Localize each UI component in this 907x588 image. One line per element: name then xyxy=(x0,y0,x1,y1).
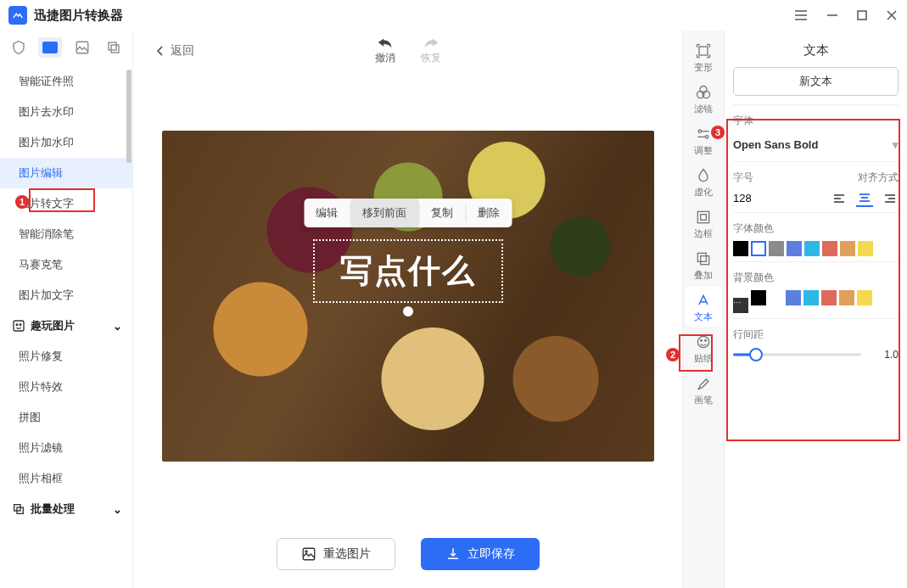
font-color-swatch[interactable] xyxy=(751,241,766,256)
callout-3: 3 xyxy=(711,126,725,139)
reselect-button[interactable]: 重选图片 xyxy=(277,538,395,570)
menu-icon[interactable] xyxy=(793,8,809,23)
save-button[interactable]: 立即保存 xyxy=(421,538,540,570)
font-color-swatch[interactable] xyxy=(769,241,784,256)
sidebar-tab-3[interactable] xyxy=(70,37,94,58)
scrollbar-thumb[interactable] xyxy=(126,70,132,163)
font-label: 字体 xyxy=(733,114,899,128)
app-logo xyxy=(8,6,27,25)
svg-rect-4 xyxy=(858,11,866,20)
canvas-text[interactable]: 写点什么 xyxy=(340,249,476,293)
ft-copy[interactable]: 复制 xyxy=(419,199,465,227)
sidebar-item-eraser[interactable]: 智能消除笔 xyxy=(0,219,132,249)
redo-button[interactable]: 恢复 xyxy=(421,36,441,65)
bg-color-swatch[interactable] xyxy=(751,290,766,305)
align-right-button[interactable] xyxy=(882,190,899,207)
size-align-group: 字号 对齐方式 xyxy=(733,161,899,212)
sidebar-section-batch[interactable]: 批量处理 ⌄ xyxy=(0,494,132,524)
chevron-down-icon: ⌄ xyxy=(113,320,122,333)
svg-rect-8 xyxy=(76,42,88,53)
new-text-button[interactable]: 新文本 xyxy=(733,67,899,96)
tool-overlay[interactable]: 叠加 xyxy=(686,245,721,285)
bg-color-swatch[interactable] xyxy=(839,290,854,305)
right-panel: 文本 新文本 字体 Open Sans Bold ▾ 字号 对齐方式 xyxy=(725,31,907,588)
sidebar-item-photofilter[interactable]: 照片滤镜 xyxy=(0,433,132,463)
line-height-value: 1.0 xyxy=(870,349,899,361)
svg-rect-16 xyxy=(303,548,315,560)
undo-redo-group: 撤消 恢复 xyxy=(375,36,441,65)
bg-color-swatches: ⋯ xyxy=(733,290,899,313)
font-color-swatch[interactable] xyxy=(787,241,802,256)
sidebar-item-frame[interactable]: 照片相框 xyxy=(0,463,132,494)
sidebar-tabs xyxy=(0,31,132,66)
sidebar-item-restore[interactable]: 照片修复 xyxy=(0,341,132,372)
tool-brush[interactable]: 画笔 xyxy=(686,370,721,410)
align-center-button[interactable] xyxy=(856,190,873,207)
font-color-swatch[interactable] xyxy=(858,241,873,256)
sidebar-item-mosaic[interactable]: 马赛克笔 xyxy=(0,249,132,280)
tool-text[interactable]: 文本 xyxy=(686,287,721,327)
undo-button[interactable]: 撤消 xyxy=(375,36,395,65)
sidebar-item-addtext[interactable]: 图片加文字 xyxy=(0,280,132,311)
undo-label: 撤消 xyxy=(375,51,395,65)
font-color-swatch[interactable] xyxy=(822,241,837,256)
redo-label: 恢复 xyxy=(421,51,441,65)
line-height-slider[interactable] xyxy=(733,347,861,362)
chevron-down-icon: ⌄ xyxy=(113,503,122,516)
font-color-swatch[interactable] xyxy=(840,241,855,256)
text-selection-box[interactable]: 写点什么 xyxy=(313,239,503,303)
bg-color-swatch[interactable]: ⋯ xyxy=(733,298,748,313)
window-controls xyxy=(793,8,899,23)
close-icon[interactable] xyxy=(885,8,899,22)
canvas-image[interactable]: 编辑 移到前面 复制 删除 写点什么 xyxy=(162,131,654,462)
tool-blur[interactable]: 虚化 xyxy=(686,162,721,202)
font-group: 字体 Open Sans Bold ▾ xyxy=(733,104,899,161)
sidebar-item-remove-wm[interactable]: 图片去水印 xyxy=(0,97,132,127)
font-color-group: 字体颜色 xyxy=(733,212,899,261)
sidebar-section-batch-label: 批量处理 xyxy=(31,501,75,517)
sidebar: 智能证件照 图片去水印 图片加水印 图片编辑 图片转文字 智能消除笔 马赛克笔 … xyxy=(0,31,133,588)
tool-filter[interactable]: 滤镜 xyxy=(686,79,721,119)
line-height-group: 行间距 1.0 xyxy=(733,318,899,367)
sidebar-item-add-wm[interactable]: 图片加水印 xyxy=(0,127,132,158)
font-size-input[interactable] xyxy=(733,190,784,207)
ft-front[interactable]: 移到前面 xyxy=(350,199,418,227)
sidebar-tab-2[interactable] xyxy=(38,37,62,58)
svg-rect-9 xyxy=(109,42,116,50)
ft-delete[interactable]: 删除 xyxy=(466,199,512,227)
bottom-bar: 重选图片 立即保存 xyxy=(133,520,682,588)
svg-point-32 xyxy=(705,340,707,342)
tool-sticker[interactable]: 贴纸 xyxy=(686,328,721,368)
sidebar-item-effect[interactable]: 照片特效 xyxy=(0,372,132,402)
back-label: 返回 xyxy=(171,43,194,59)
maximize-icon[interactable] xyxy=(856,9,868,21)
font-color-swatch[interactable] xyxy=(804,241,820,256)
sidebar-tab-4[interactable] xyxy=(102,37,126,58)
font-value: Open Sans Bold xyxy=(733,138,818,151)
resize-handle-bottom[interactable] xyxy=(403,306,413,316)
back-button[interactable]: 返回 xyxy=(155,43,194,59)
sidebar-item-idphoto[interactable]: 智能证件照 xyxy=(0,66,132,97)
bg-color-swatch[interactable] xyxy=(821,290,837,305)
callout-2: 2 xyxy=(666,348,680,361)
bg-color-swatch[interactable] xyxy=(803,290,819,305)
sidebar-item-collage[interactable]: 拼图 xyxy=(0,402,132,433)
sidebar-item-edit[interactable]: 图片编辑 xyxy=(0,158,132,188)
reselect-label: 重选图片 xyxy=(323,546,371,562)
sidebar-section-fun[interactable]: 趣玩图片 ⌄ xyxy=(0,311,132,341)
floating-toolbar: 编辑 移到前面 复制 删除 xyxy=(304,199,512,227)
align-left-button[interactable] xyxy=(831,190,848,207)
minimize-icon[interactable] xyxy=(826,8,839,22)
sidebar-tab-1[interactable] xyxy=(7,37,31,58)
save-label: 立即保存 xyxy=(467,546,515,562)
center-area: 返回 撤消 恢复 编辑 移到前面 复制 xyxy=(133,31,682,588)
ft-edit[interactable]: 编辑 xyxy=(304,199,350,227)
bg-color-swatch[interactable] xyxy=(857,290,872,305)
font-select[interactable]: Open Sans Bold ▾ xyxy=(733,133,899,156)
tool-transform[interactable]: 变形 xyxy=(686,37,721,77)
tool-border[interactable]: 边框 xyxy=(686,204,721,244)
svg-point-22 xyxy=(698,130,701,132)
bg-color-swatch[interactable] xyxy=(786,290,801,305)
font-color-swatch[interactable] xyxy=(733,241,748,256)
svg-rect-18 xyxy=(699,47,708,55)
